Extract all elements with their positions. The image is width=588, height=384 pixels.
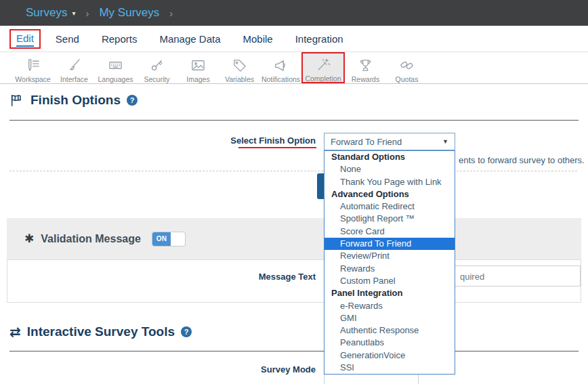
message-text-value: quired [460,272,484,282]
finish-options-heading: Finish Options ? [9,93,138,108]
section-divider [9,351,579,351]
selected-value: Forward To Friend [331,137,402,147]
toolbar-item-label: Quotas [396,75,419,83]
toolbar-item-label: Rewards [352,75,379,83]
section-title: Finish Options [30,93,121,108]
pencil-notes-icon [25,57,41,73]
swap-arrows-icon: ⇄ [9,325,21,339]
toolbar-item-label: Security [144,75,170,83]
tag-icon [232,57,247,73]
finish-option-dropdown-list: Standard Options None Thank You Page wit… [324,150,455,375]
survey-mode-label: Survey Mode [224,364,316,375]
tab-integration[interactable]: Integration [295,33,343,45]
dropdown-option[interactable]: None [324,163,455,175]
toolbar-item-label: Languages [98,75,133,83]
toolbar-item-variables[interactable]: Variables [219,52,260,83]
paintbrush-icon [66,57,82,73]
annotation-underline [238,147,316,148]
tab-reports[interactable]: Reports [102,33,138,45]
toolbar-item-rewards[interactable]: Rewards [345,52,386,83]
magic-wand-icon [316,57,331,72]
option-description-row: ents to forward survey to others. ? [459,155,588,165]
dropdown-option[interactable]: Spotlight Report ™ [324,213,455,225]
flag-icon [9,93,24,108]
dropdown-option-selected[interactable]: Forward To Friend [324,238,455,250]
breadcrumb-separator-icon: › [169,7,173,19]
toolbar-item-completion[interactable]: Completion [301,52,345,83]
message-text-label: Message Text [224,272,316,282]
select-arrow-icon: ▼ [442,138,448,145]
help-icon[interactable]: ? [181,326,192,337]
annotation-box-edit: Edit [9,29,41,49]
toolbar-item-quotas[interactable]: Quotas [386,52,427,83]
dropdown-option[interactable]: GenerationVoice [324,349,455,362]
validation-message-header: ✱ Validation Message ON [7,218,581,259]
section-divider [9,120,579,121]
tab-manage-data[interactable]: Manage Data [159,33,220,45]
dropdown-option[interactable]: Custom Panel [324,275,455,287]
image-icon [190,57,206,73]
dashed-divider [9,171,577,171]
toolbar-item-images[interactable]: Images [177,52,219,83]
toolbar-item-label: Completion [305,74,341,83]
toolbar-item-interface[interactable]: Interface [54,52,95,83]
keyboard-icon [108,57,123,73]
dropdown-option[interactable]: Automatic Redirect [324,200,455,213]
megaphone-icon [273,57,289,73]
edit-toolbar: Workspace Interface Languages Security I… [0,52,588,84]
dropdown-option[interactable]: Peanutlabs [324,337,455,349]
dropdown-group-label: Standard Options [324,151,455,163]
toolbar-item-label: Notifications [261,75,300,83]
dropdown-option[interactable]: SSI [324,362,455,374]
toolbar-item-workspace[interactable]: Workspace [12,52,54,83]
option-description-text: ents to forward survey to others. [459,155,585,165]
dropdown-option[interactable]: Thank You Page with Link [324,176,455,188]
dropdown-option[interactable]: Score Card [324,226,455,238]
asterisk-icon: ✱ [24,232,34,246]
breadcrumb-my-surveys[interactable]: My Surveys [99,6,159,20]
tab-send[interactable]: Send [56,33,79,45]
select-finish-option-label: Select Finish Option [224,135,316,146]
toolbar-item-label: Images [186,75,209,83]
toggle-on-label: ON [152,232,171,246]
tab-edit[interactable]: Edit [16,33,34,47]
dropdown-group-label: Advanced Options [324,188,455,200]
chevron-down-icon[interactable]: ▾ [72,9,75,17]
trophy-icon [358,57,373,73]
toolbar-item-languages[interactable]: Languages [95,52,136,83]
dropdown-option[interactable]: e-Rewards [324,300,455,312]
toolbar-item-label: Workspace [15,75,50,83]
interactive-survey-tools-heading: ⇄ Interactive Survey Tools ? [9,324,192,339]
toolbar-item-notifications[interactable]: Notifications [260,52,301,83]
main-tab-bar: Edit Send Reports Manage Data Mobile Int… [0,26,588,52]
dropdown-option[interactable]: Rewards [324,263,455,275]
key-icon [149,57,165,73]
validation-message-title: Validation Message [41,233,141,245]
toolbar-item-label: Interface [60,75,88,83]
finish-option-select[interactable]: Forward To Friend ▼ [324,133,455,150]
toolbar-item-label: Variables [225,75,254,83]
dropdown-group-label: Panel Integration [324,287,455,299]
section-title: Interactive Survey Tools [27,324,175,339]
help-icon[interactable]: ? [127,95,138,106]
validation-message-toggle[interactable]: ON [152,232,186,247]
toolbar-item-security[interactable]: Security [136,52,177,83]
survey-edit-completion-page: Surveys ▾ › My Surveys › Edit Send Repor… [0,0,588,384]
top-navigation-bar: Surveys ▾ › My Surveys › [0,0,588,26]
breadcrumb-separator-icon: › [85,7,89,19]
tab-mobile[interactable]: Mobile [243,33,273,45]
chain-links-icon [399,57,415,73]
breadcrumb-surveys[interactable]: Surveys [26,6,67,20]
dropdown-option[interactable]: Authentic Response [324,324,455,337]
dropdown-option[interactable]: Review/Print [324,250,455,262]
dropdown-option[interactable]: GMI [324,312,455,324]
